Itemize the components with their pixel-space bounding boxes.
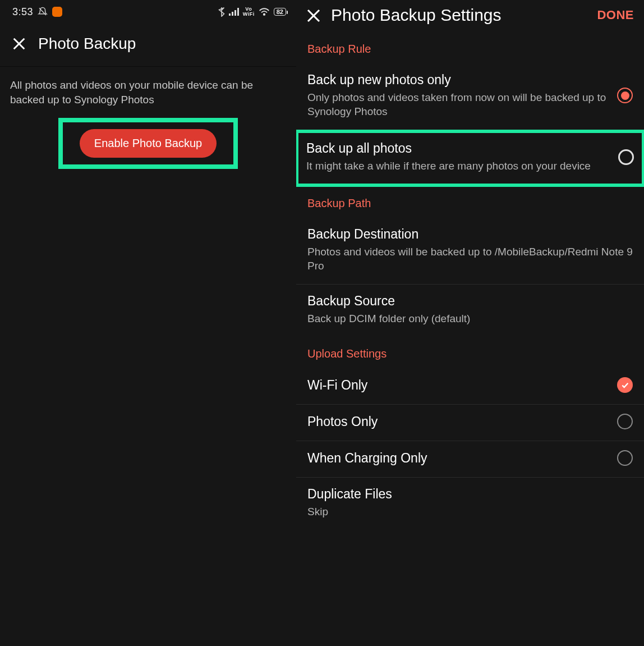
svg-rect-1 bbox=[229, 13, 231, 16]
enable-photo-backup-button[interactable]: Enable Photo Backup bbox=[80, 129, 217, 158]
svg-rect-2 bbox=[232, 12, 233, 16]
row-title: Wi-Fi Only bbox=[307, 378, 609, 393]
checkmark-icon[interactable] bbox=[617, 377, 633, 393]
row-backup-source[interactable]: Backup Source Back up DCIM folder only (… bbox=[296, 285, 644, 337]
row-wifi-only[interactable]: Wi-Fi Only bbox=[296, 368, 644, 405]
svg-rect-4 bbox=[237, 8, 239, 16]
vowifi-icon: VoWiFi bbox=[243, 7, 255, 17]
close-icon[interactable] bbox=[305, 7, 321, 23]
highlight-backup-all: Back up all photos It might take a while… bbox=[296, 130, 644, 187]
svg-point-5 bbox=[264, 13, 265, 15]
right-appbar: Photo Backup Settings DONE bbox=[296, 0, 644, 33]
row-when-charging-only[interactable]: When Charging Only bbox=[296, 441, 644, 478]
row-title: Back up new photos only bbox=[307, 72, 609, 88]
row-subtitle: It might take a while if there are many … bbox=[306, 159, 610, 173]
mi-icon bbox=[52, 7, 62, 17]
intro-text: All photos and videos on your mobile dev… bbox=[10, 78, 286, 107]
left-appbar: Photo Backup bbox=[0, 24, 296, 67]
battery-level: 82 bbox=[277, 8, 283, 15]
row-backup-destination[interactable]: Backup Destination Photos and videos wil… bbox=[296, 218, 644, 285]
row-title: Back up all photos bbox=[306, 141, 610, 156]
battery-icon: 82 bbox=[274, 8, 286, 16]
done-button[interactable]: DONE bbox=[597, 8, 634, 22]
dnd-icon bbox=[38, 7, 48, 17]
row-photos-only[interactable]: Photos Only bbox=[296, 405, 644, 441]
close-icon[interactable] bbox=[11, 36, 27, 52]
radio-unselected-icon[interactable] bbox=[617, 414, 633, 429]
section-upload-settings: Upload Settings bbox=[296, 337, 644, 368]
svg-rect-3 bbox=[234, 10, 236, 16]
row-title: Duplicate Files bbox=[307, 487, 633, 502]
row-subtitle: Photos and videos will be backed up to /… bbox=[307, 245, 633, 273]
page-title: Photo Backup bbox=[38, 35, 136, 53]
row-title: Backup Destination bbox=[307, 227, 633, 242]
row-duplicate-files[interactable]: Duplicate Files Skip bbox=[296, 478, 644, 530]
row-subtitle: Back up DCIM folder only (default) bbox=[307, 312, 633, 326]
radio-selected-icon[interactable] bbox=[617, 88, 633, 103]
row-title: Photos Only bbox=[307, 414, 609, 429]
status-bar: 3:53 VoWiFi bbox=[0, 0, 296, 24]
status-time: 3:53 bbox=[12, 6, 33, 18]
signal-icon bbox=[229, 8, 239, 16]
section-backup-path: Backup Path bbox=[296, 187, 644, 218]
right-screen: Photo Backup Settings DONE Backup Rule B… bbox=[296, 0, 644, 646]
bluetooth-icon bbox=[218, 7, 225, 17]
radio-unselected-icon[interactable] bbox=[618, 149, 634, 165]
left-screen: 3:53 VoWiFi bbox=[0, 0, 296, 646]
row-title: Backup Source bbox=[307, 294, 633, 309]
row-subtitle: Skip bbox=[307, 505, 633, 519]
section-backup-rule: Backup Rule bbox=[296, 33, 644, 63]
row-backup-new-only[interactable]: Back up new photos only Only photos and … bbox=[296, 63, 644, 130]
radio-unselected-icon[interactable] bbox=[617, 450, 633, 466]
wifi-icon bbox=[259, 8, 270, 16]
highlight-enable: Enable Photo Backup bbox=[58, 118, 238, 169]
row-subtitle: Only photos and videos taken from now on… bbox=[307, 91, 609, 118]
page-title: Photo Backup Settings bbox=[331, 6, 502, 25]
row-title: When Charging Only bbox=[307, 451, 609, 466]
